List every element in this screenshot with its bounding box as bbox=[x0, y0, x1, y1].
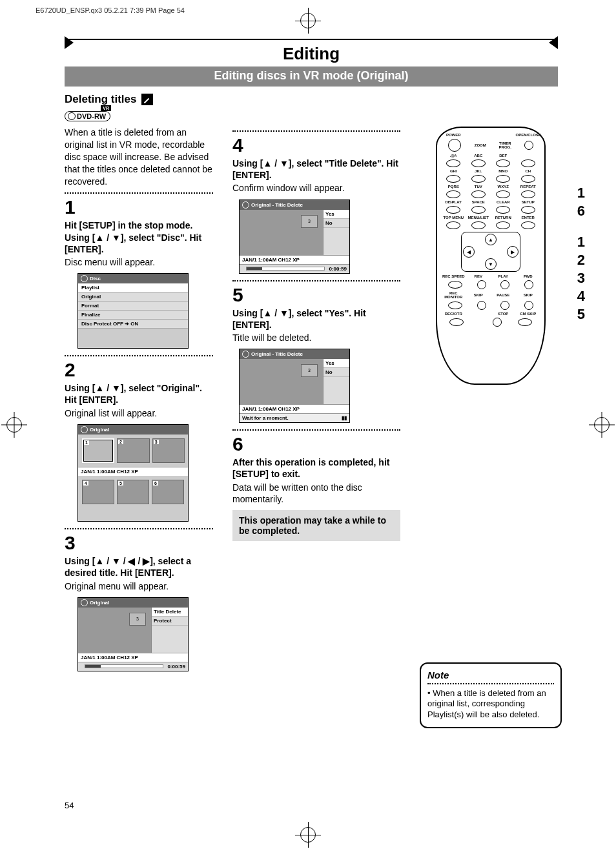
osd1-row-protect: Disc Protect OFF ➜ ON bbox=[78, 320, 188, 329]
osd4-no: No bbox=[323, 219, 349, 228]
openclose-button bbox=[524, 141, 533, 150]
osd-disc-menu: Disc Playlist Original Format Finalize D… bbox=[77, 273, 189, 349]
osd5-status: JAN/1 1:00AM CH12 XP bbox=[240, 404, 349, 413]
osd1-row-finalize: Finalize bbox=[78, 311, 188, 320]
osd5-no: No bbox=[323, 368, 349, 377]
disc-icon bbox=[81, 426, 88, 433]
page: E6720UD_ENSP.qx3 05.2.21 7:39 PM Page 54… bbox=[0, 0, 616, 849]
note-label: Note bbox=[427, 669, 554, 682]
enter-btn bbox=[521, 221, 535, 229]
ch-up bbox=[521, 175, 535, 183]
osd3-status: JAN/1 1:00AM CH12 XP bbox=[78, 653, 188, 662]
divider bbox=[65, 192, 213, 194]
section-title: Editing discs in VR mode (Original) bbox=[65, 66, 558, 87]
num-0 bbox=[471, 206, 486, 214]
page-number: 54 bbox=[65, 801, 74, 810]
step-3-number: 3 bbox=[65, 533, 213, 553]
num-9 bbox=[496, 190, 510, 198]
crop-mark-bottom bbox=[300, 827, 316, 843]
osd3-menu-title-delete: Title Delete bbox=[152, 608, 188, 617]
step-1-number: 1 bbox=[65, 198, 213, 217]
osd4-yes: Yes bbox=[323, 210, 349, 219]
column-3: POWER OPEN/CLOSE ZOOM TIMER PROG. .@/: A… bbox=[420, 127, 562, 728]
remote-control-diagram: POWER OPEN/CLOSE ZOOM TIMER PROG. .@/: A… bbox=[436, 127, 546, 385]
disc-icon bbox=[242, 201, 249, 209]
osd1-row-original: Original bbox=[78, 292, 188, 302]
step-6-number: 6 bbox=[232, 435, 400, 454]
osd1-row-playlist: Playlist bbox=[78, 283, 188, 292]
r-timerprog: TIMER PROG. bbox=[493, 141, 518, 149]
clear-btn bbox=[496, 206, 510, 214]
remote-callouts: 1 6 1 2 3 4 5 bbox=[577, 182, 585, 325]
divider bbox=[65, 355, 213, 356]
r-zoom: ZOOM bbox=[468, 143, 493, 147]
r-openclose-label: OPEN/CLOSE bbox=[516, 133, 541, 137]
pause-btn bbox=[500, 301, 509, 310]
badge-main-text: DVD-RW bbox=[77, 112, 106, 120]
osd1-title: Disc bbox=[90, 276, 101, 281]
stop-btn bbox=[493, 318, 502, 327]
subheading-text: Deleting titles bbox=[65, 93, 136, 106]
dpad: ▲ ▼ ◀ ▶ bbox=[461, 232, 520, 272]
num-6 bbox=[496, 175, 510, 183]
repeat-btn bbox=[521, 190, 535, 198]
disc-icon bbox=[81, 275, 88, 282]
osd4-thumb: 3 bbox=[301, 215, 318, 228]
menulist-btn bbox=[471, 221, 486, 229]
osd-deleting: Original - Title Delete 3 Yes No JAN/1 1… bbox=[239, 349, 350, 423]
dvd-rw-badge: DVD-RW VR bbox=[65, 111, 110, 121]
step-2-body: Original list will appear. bbox=[65, 407, 213, 419]
step-6-title: After this operation is completed, hit [… bbox=[232, 456, 400, 480]
step-3-title: Using [▲ / ▼ / ◀ / ▶], select a desired … bbox=[65, 555, 213, 578]
document-header-stamp: E6720UD_ENSP.qx3 05.2.21 7:39 PM Page 54 bbox=[36, 6, 185, 14]
edit-icon bbox=[141, 94, 153, 105]
osd4-time: 0:00:59 bbox=[329, 266, 347, 272]
busy-icon: ▮▮ bbox=[342, 415, 347, 421]
num-4 bbox=[446, 175, 460, 183]
divider bbox=[232, 280, 400, 281]
cmskip-btn bbox=[518, 318, 532, 326]
step-4-title: Using [▲ / ▼], select "Title Delete". Hi… bbox=[232, 158, 400, 181]
recmon-btn bbox=[448, 302, 462, 309]
setup-btn bbox=[521, 206, 535, 214]
osd3-thumb: 3 bbox=[129, 613, 146, 626]
dpad-up: ▲ bbox=[485, 234, 497, 245]
recotr-btn bbox=[449, 318, 464, 326]
thumb-1: 1 bbox=[84, 440, 89, 445]
content-columns: When a title is deleted from an original… bbox=[65, 127, 558, 728]
osd3-menu-protect: Protect bbox=[152, 617, 188, 626]
thumb-4: 4 bbox=[83, 481, 88, 486]
divider bbox=[65, 528, 213, 529]
dpad-right: ▶ bbox=[507, 246, 518, 258]
step-1-body: Disc menu will appear. bbox=[65, 256, 213, 268]
note-box: Note • When a title is deleted from an o… bbox=[420, 662, 562, 728]
note-divider bbox=[427, 683, 554, 684]
step-5-number: 5 bbox=[232, 285, 400, 305]
crop-mark-top bbox=[300, 13, 316, 28]
num-5 bbox=[471, 175, 486, 183]
thumb-6: 6 bbox=[153, 481, 158, 486]
disc-icon bbox=[242, 351, 249, 358]
osd-confirm-delete: Original - Title Delete 3 Yes No JAN/1 1… bbox=[239, 199, 350, 274]
note-text: • When a title is deleted from an origin… bbox=[427, 688, 554, 721]
warning-box: This operation may take a while to be co… bbox=[232, 510, 400, 541]
callout-5: 5 bbox=[577, 307, 585, 322]
disc-icon bbox=[81, 599, 88, 606]
osd5-title: Original - Title Delete bbox=[251, 351, 303, 357]
recspeed-btn bbox=[448, 281, 462, 289]
osd-original-list: Original 1 2 3 JAN/1 1:00AM CH12 XP 4 5 … bbox=[77, 424, 189, 522]
crop-mark-right bbox=[594, 417, 610, 433]
step-4-body: Confirm window will appear. bbox=[232, 182, 400, 194]
num-8 bbox=[471, 190, 486, 198]
display-btn bbox=[446, 206, 460, 214]
column-2: 4 Using [▲ / ▼], select "Title Delete". … bbox=[232, 127, 400, 728]
num-7 bbox=[446, 190, 460, 198]
divider bbox=[232, 429, 400, 431]
thumb-3: 3 bbox=[154, 440, 159, 444]
progress-bar bbox=[85, 664, 163, 668]
step-2-number: 2 bbox=[65, 360, 213, 380]
step-6-body: Data will be written onto the disc momen… bbox=[232, 482, 400, 505]
osd4-status: JAN/1 1:00AM CH12 XP bbox=[240, 255, 349, 264]
skipfwd-btn bbox=[524, 301, 533, 310]
column-1: When a title is deleted from an original… bbox=[65, 127, 213, 728]
